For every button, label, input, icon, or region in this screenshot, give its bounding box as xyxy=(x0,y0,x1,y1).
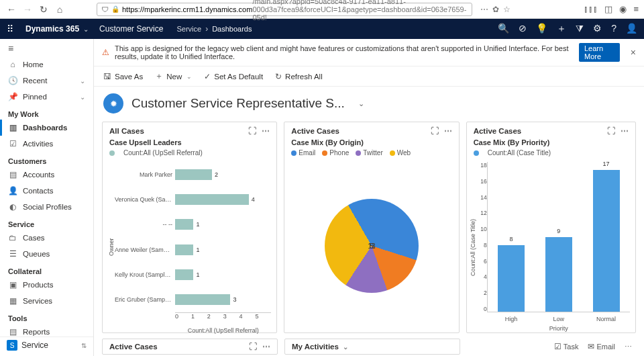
card-subtitle: Case Mix (By Origin) xyxy=(284,138,458,149)
cmd-label: Save As xyxy=(115,73,143,81)
more-icon[interactable]: ⋯ xyxy=(262,342,270,351)
sidebar-icon[interactable]: ◫ xyxy=(604,4,612,14)
more-icon[interactable]: ⋯ xyxy=(621,126,629,136)
home-icon: ⌂ xyxy=(8,60,17,69)
sidebar-item-accounts[interactable]: ▤Accounts xyxy=(0,167,93,183)
queue-icon: ☰ xyxy=(8,249,17,259)
sidebar-item-pinned[interactable]: 📌Pinned⌄ xyxy=(0,89,93,105)
ellipsis-icon[interactable]: ⋯ xyxy=(480,5,488,14)
sidebar-item-label: Products xyxy=(23,281,53,289)
app-launcher-icon[interactable]: ⠿ xyxy=(7,24,20,34)
sidebar-item-home[interactable]: ⌂Home xyxy=(0,56,93,73)
reader-icon[interactable]: ✿ xyxy=(492,5,499,14)
search-icon[interactable]: 🔍 xyxy=(498,23,509,35)
expand-icon[interactable]: ⛶ xyxy=(248,126,256,136)
sidebar-item-recent[interactable]: 🕓Recent⌄ xyxy=(0,73,93,89)
hbar-row: Mark Parker2 xyxy=(115,169,267,180)
chevron-down-icon[interactable]: ⌄ xyxy=(80,77,85,85)
new-email-button[interactable]: ✉ Email xyxy=(588,342,615,351)
breadcrumb-area[interactable]: Customer Service xyxy=(99,24,163,34)
pin-icon: 📌 xyxy=(8,92,17,101)
breadcrumb-dashboards: Dashboards xyxy=(212,25,252,33)
sidebar-item-services[interactable]: ▦Services xyxy=(0,293,93,309)
vbar-chart: Count:All (Case Title) 024681012141618 8… xyxy=(467,159,635,332)
activity-footer: ☑ Task ✉ Email ⋯ xyxy=(554,339,636,355)
forward-button[interactable]: → xyxy=(21,3,34,15)
chevron-down-icon[interactable]: ⌄ xyxy=(186,73,192,80)
legend-label: Count:All (UpSell Referral) xyxy=(123,149,203,157)
bookmark-icon[interactable]: ☆ xyxy=(503,5,511,14)
legend-swatch xyxy=(474,150,479,156)
sidebar-toggle[interactable]: ≡ xyxy=(0,43,93,56)
card-case-mix-priority: Active Cases ⛶⋯ Case Mix (By Priority) C… xyxy=(466,122,636,333)
sidebar-item-queues[interactable]: ☰Queues xyxy=(0,246,93,262)
save-as-button[interactable]: 🖫Save As xyxy=(103,72,143,81)
contact-icon: 👤 xyxy=(8,186,17,195)
report-icon: ▤ xyxy=(8,327,17,337)
breadcrumb-service[interactable]: Service xyxy=(176,25,201,33)
new-task-button[interactable]: ☑ Task xyxy=(554,342,578,351)
footer-label: Task xyxy=(564,343,579,351)
account-icon[interactable]: ◉ xyxy=(619,4,627,14)
clock-icon: 🕓 xyxy=(8,76,17,85)
vbar-column: 17Normal xyxy=(593,170,620,312)
area-badge: S xyxy=(7,340,17,351)
assistant-icon[interactable]: 💡 xyxy=(536,23,547,35)
banner-text: This app is designed for the legacy web … xyxy=(115,44,574,60)
home-button[interactable]: ⌂ xyxy=(54,3,66,15)
legend-swatch xyxy=(109,150,115,156)
filter-icon[interactable]: ⧩ xyxy=(576,23,584,35)
legend-label: Twitter xyxy=(363,149,382,157)
user-icon[interactable]: 👤 xyxy=(626,23,637,35)
sidebar-item-activities[interactable]: ☑Activities xyxy=(0,136,93,152)
browser-toolbar: ← → ↻ ⌂ 🛡 🔒 https://mparkerinc.crm11.dyn… xyxy=(0,0,644,19)
sidebar-item-products[interactable]: ▣Products xyxy=(0,277,93,293)
add-icon[interactable]: ＋ xyxy=(557,23,566,35)
sidebar-item-dashboards[interactable]: ▥Dashboards xyxy=(0,120,93,136)
vbar-column: 9Low xyxy=(545,237,572,312)
bar-category: Eric Gruber (Sample D... xyxy=(115,296,172,303)
chevron-down-icon[interactable]: ⌄ xyxy=(80,93,85,101)
sidebar-item-contacts[interactable]: 👤Contacts xyxy=(0,183,93,199)
sidebar-group-customers: Customers xyxy=(0,152,93,167)
sidebar-item-social[interactable]: ◐Social Profiles xyxy=(0,199,93,215)
set-default-button[interactable]: ✓Set As Default xyxy=(204,72,263,81)
chevron-updown-icon: ⇅ xyxy=(81,342,87,349)
cmd-label: Set As Default xyxy=(214,73,263,81)
sidebar-area-switcher[interactable]: S Service ⇅ xyxy=(0,337,93,353)
cmd-label: Refresh All xyxy=(285,73,323,81)
back-button[interactable]: ← xyxy=(5,3,17,15)
legend-swatch xyxy=(356,150,361,156)
more-icon[interactable]: ⋯ xyxy=(262,126,270,136)
expand-icon[interactable]: ⛶ xyxy=(249,342,257,351)
settings-icon[interactable]: ⚙ xyxy=(593,23,602,35)
sidebar-item-label: Reports xyxy=(23,328,50,336)
app-brand[interactable]: Dynamics 365 xyxy=(25,24,79,34)
expand-icon[interactable]: ⛶ xyxy=(607,126,615,136)
new-button[interactable]: ＋New⌄ xyxy=(155,71,192,82)
chevron-down-icon[interactable]: ⌄ xyxy=(343,343,348,351)
sidebar-item-cases[interactable]: 🗀Cases xyxy=(0,230,93,246)
reload-button[interactable]: ↻ xyxy=(38,3,50,15)
refresh-button[interactable]: ↻Refresh All xyxy=(275,72,323,81)
chevron-down-icon[interactable]: ⌄ xyxy=(83,26,89,33)
task-flow-icon[interactable]: ⊘ xyxy=(519,23,527,35)
sidebar-item-label: Recent xyxy=(23,77,47,85)
close-icon[interactable]: × xyxy=(631,47,636,58)
x-axis-label: Count:All (UpSell Referral) xyxy=(175,327,271,334)
help-icon[interactable]: ? xyxy=(611,23,616,35)
more-icon[interactable]: ⋯ xyxy=(444,126,452,136)
url-path: /main.aspx?appid=50ac8c4a-9171-ea11-a811… xyxy=(252,0,468,21)
library-icon[interactable]: ⫿⫿⫿ xyxy=(584,4,598,14)
plus-icon: ＋ xyxy=(155,71,163,82)
dashboard-avatar-icon: ✹ xyxy=(103,93,123,114)
learn-more-button[interactable]: Learn More xyxy=(579,43,620,62)
area-label: Service xyxy=(21,341,48,350)
menu-icon[interactable]: ≡ xyxy=(633,4,639,14)
chevron-down-icon[interactable]: ⌄ xyxy=(358,99,364,108)
shield-icon: 🛡 xyxy=(101,5,109,13)
legend-label: Count:All (Case Title) xyxy=(488,149,551,157)
more-icon[interactable]: ⋯ xyxy=(625,343,632,351)
url-bar[interactable]: 🛡 🔒 https://mparkerinc.crm11.dynamics.co… xyxy=(97,3,472,16)
expand-icon[interactable]: ⛶ xyxy=(431,126,439,136)
